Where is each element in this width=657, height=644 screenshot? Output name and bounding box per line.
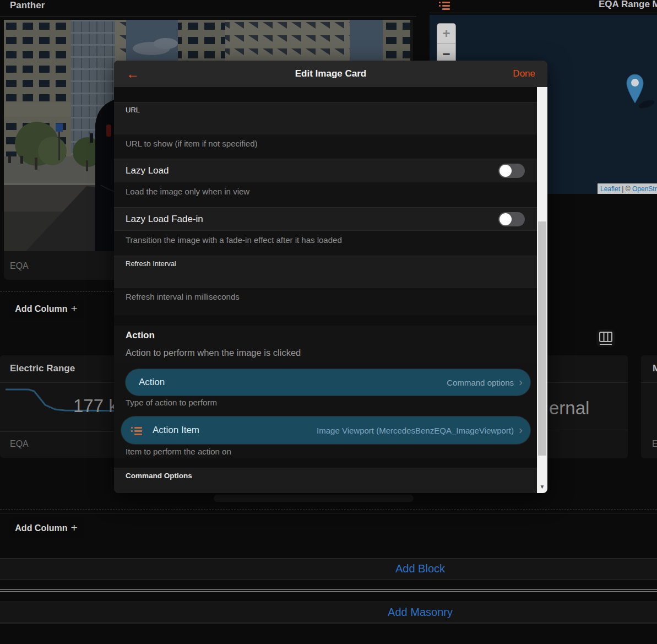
zoom-in-button[interactable]: + <box>437 24 455 44</box>
action-item-row[interactable]: Action Item Image Viewport (MercedesBenz… <box>121 416 530 444</box>
image-card-footer: EQA <box>10 261 29 271</box>
list-icon[interactable] <box>439 2 450 12</box>
electric-range-title: Electric Range <box>10 363 75 374</box>
fade-in-toggle[interactable] <box>498 212 525 226</box>
chevron-right-icon: › <box>519 375 523 388</box>
done-button[interactable]: Done <box>513 61 535 87</box>
action-heading: Action <box>126 330 155 341</box>
columns-layout-button[interactable] <box>596 329 615 347</box>
scrollbar-down-button[interactable]: ▼ <box>537 480 547 493</box>
url-field-row: URL <box>114 102 537 134</box>
fade-in-row: Lazy Load Fade-in <box>114 207 537 230</box>
add-column-button[interactable]: Add Column+ <box>9 518 84 538</box>
scroll-down-icon: ▼ <box>540 484 545 490</box>
add-column-button[interactable]: Add Column+ <box>9 299 84 318</box>
refresh-interval-input[interactable] <box>126 270 511 284</box>
section-separator <box>0 591 657 592</box>
action-description: Action to perform when the image is clic… <box>126 348 301 358</box>
edge-card-footer: E <box>652 439 657 449</box>
add-block-button[interactable]: Add Block <box>0 562 657 575</box>
osm-link[interactable]: OpenStreetMap <box>632 185 657 193</box>
map-marker-icon[interactable] <box>626 73 657 112</box>
command-options-label: Command Options <box>126 472 192 480</box>
action-row-label: Action <box>139 377 165 388</box>
edit-image-card-modal: Edit Image Card ← Done URL URL to show (… <box>114 61 547 493</box>
columns-icon <box>599 331 613 345</box>
action-item-label: Action Item <box>153 425 199 436</box>
action-row-value: Command options <box>447 378 514 387</box>
refresh-help-row: Refresh interval in milliseconds <box>114 287 537 315</box>
divider <box>0 16 416 17</box>
url-label: URL <box>126 106 140 114</box>
fade-in-help-row: Transition the image with a fade-in effe… <box>114 230 537 256</box>
action-item-value: Image Viewport (MercedesBenzEQA_ImageVie… <box>317 426 514 435</box>
refresh-interval-row: Refresh Interval <box>114 256 537 287</box>
electric-range-footer: EQA <box>10 439 29 449</box>
map-attribution: Leaflet | © OpenStreetMap <box>598 183 657 194</box>
action-item-zone: Action Item Image Viewport (MercedesBenz… <box>114 410 537 458</box>
modal-header: Edit Image Card ← Done <box>114 61 547 87</box>
column-drop-separator <box>0 510 657 510</box>
scrollbar-thumb[interactable] <box>538 221 546 456</box>
modal-scrollbar[interactable]: ▼ <box>537 87 547 493</box>
url-help-row: URL to show (if item if not specified) <box>114 134 537 159</box>
plus-icon: + <box>70 521 77 534</box>
lazy-load-help-row: Load the image only when in view <box>114 182 537 207</box>
action-section: Action Action to perform when the image … <box>114 326 537 364</box>
map-card-title: EQA Range Map <box>599 0 657 10</box>
map-zoom-control: + − <box>437 23 456 64</box>
refresh-interval-label: Refresh Interval <box>126 259 176 268</box>
action-row-zone: Action Command options › Type of action … <box>114 364 537 410</box>
lazy-load-row: Lazy Load <box>114 159 537 182</box>
lazy-load-label: Lazy Load <box>126 159 169 182</box>
section-separator <box>0 589 657 590</box>
partial-card-value: ernal <box>549 398 589 419</box>
plus-icon: + <box>70 302 77 315</box>
divider <box>430 13 657 13</box>
command-options-section: Command Options <box>114 468 537 493</box>
lazy-load-toggle[interactable] <box>498 164 525 178</box>
chevron-right-icon: › <box>519 423 523 436</box>
url-input[interactable] <box>126 117 511 130</box>
list-icon <box>131 426 142 434</box>
back-arrow-icon: ← <box>126 66 139 82</box>
action-select-row[interactable]: Action Command options › <box>126 369 530 396</box>
back-button[interactable]: ← <box>126 61 139 87</box>
modal-title: Edit Image Card <box>114 68 547 79</box>
hidden-card-edge <box>214 495 414 502</box>
fade-in-label: Lazy Load Fade-in <box>126 208 203 231</box>
leaflet-link[interactable]: Leaflet <box>600 185 620 193</box>
edge-card[interactable]: M E <box>641 355 657 458</box>
edge-card-title: M <box>653 363 657 374</box>
page-title: Panther <box>10 0 45 11</box>
add-masonry-button[interactable]: Add Masonry <box>0 606 657 619</box>
